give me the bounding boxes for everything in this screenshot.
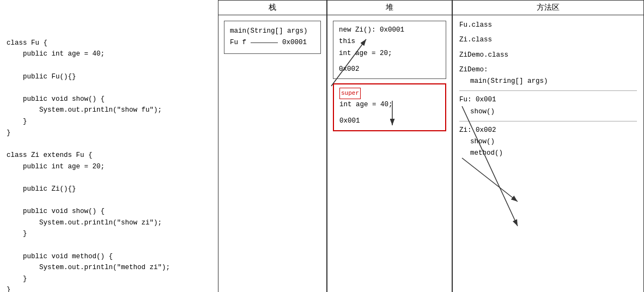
heap-content: new Zi(): 0x0001 this int age = 20; 0x00…	[327, 15, 452, 292]
method-section-classes: Fu.class Zi.class ZiDemo.class ZiDemo: m…	[459, 20, 637, 91]
stack-frame-main: main(String[] args) Fu f 0x0001	[224, 21, 321, 54]
heap-obj-zi-addr: 0x002	[339, 64, 440, 75]
stack-frame-main-title: main(String[] args)	[230, 26, 315, 37]
super-label: super	[339, 88, 361, 99]
method-panel: 方法区 Fu.class Zi.class ZiDemo.class ZiDem…	[452, 0, 644, 292]
heap-obj-fu: super int age = 40; 0x001	[333, 83, 446, 131]
heap-obj-fu-age: int age = 40;	[339, 99, 440, 111]
code-panel: class Fu { public int age = 40; public F…	[0, 0, 218, 292]
heap-obj-zi-age: int age = 20;	[339, 48, 440, 59]
method-title: 方法区	[453, 1, 643, 15]
stack-panel: 栈 main(String[] args) Fu f 0x0001	[218, 0, 327, 292]
heap-obj-fu-super: super	[339, 88, 440, 99]
method-section-fu: Fu: 0x001 show()	[459, 94, 637, 121]
var-line	[251, 42, 278, 43]
heap-obj-zi: new Zi(): 0x0001 this int age = 20; 0x00…	[333, 21, 446, 79]
heap-obj-zi-this: this	[339, 36, 440, 47]
stack-content: main(String[] args) Fu f 0x0001	[218, 15, 326, 292]
heap-obj-zi-header: new Zi(): 0x0001	[339, 25, 440, 36]
code-content: class Fu { public int age = 40; public F…	[7, 26, 211, 292]
heap-obj-fu-addr: 0x001	[339, 115, 440, 127]
stack-title: 栈	[218, 1, 326, 15]
stack-frame-var-f: Fu f 0x0001	[230, 37, 315, 48]
method-section-zi: Zi: 0x002 show() method()	[459, 125, 637, 163]
heap-title: 堆	[327, 1, 452, 15]
method-content: Fu.class Zi.class ZiDemo.class ZiDemo: m…	[453, 15, 643, 292]
heap-panel: 堆 new Zi(): 0x0001 this int age = 20; 0x…	[327, 0, 452, 292]
